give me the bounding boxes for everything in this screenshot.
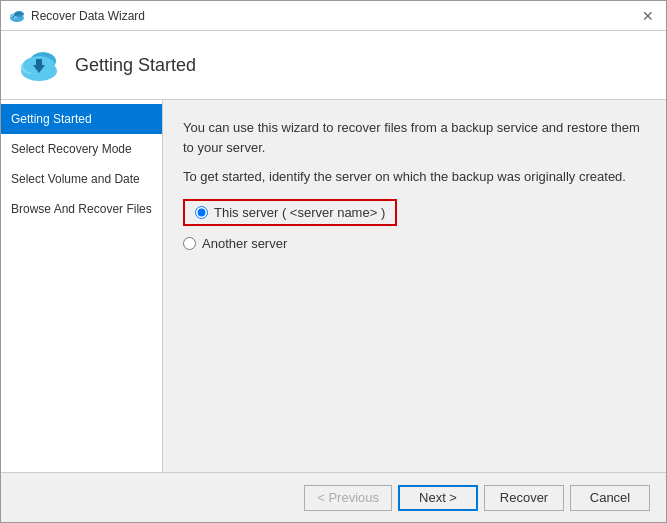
sidebar-item-getting-started[interactable]: Getting Started [1, 104, 162, 134]
wizard-header: Getting Started [1, 31, 666, 100]
main-panel: You can use this wizard to recover files… [163, 100, 666, 472]
this-server-option: This server ( <server name> ) [183, 199, 397, 226]
description-line2: To get started, identify the server on w… [183, 167, 646, 187]
sidebar-item-select-volume-date[interactable]: Select Volume and Date [1, 164, 162, 194]
wizard-footer: < Previous Next > Recover Cancel [1, 472, 666, 522]
wizard-title: Getting Started [75, 55, 196, 76]
this-server-radio[interactable] [195, 206, 208, 219]
this-server-label: This server ( <server name> ) [214, 205, 385, 220]
cancel-button[interactable]: Cancel [570, 485, 650, 511]
description-line1: You can use this wizard to recover files… [183, 118, 646, 157]
next-button[interactable]: Next > [398, 485, 478, 511]
recover-button[interactable]: Recover [484, 485, 564, 511]
recover-data-wizard: Recover Data Wizard ✕ Getting Started Ge… [0, 0, 667, 523]
sidebar-item-select-recovery-mode[interactable]: Select Recovery Mode [1, 134, 162, 164]
close-button[interactable]: ✕ [638, 6, 658, 26]
title-bar: Recover Data Wizard ✕ [1, 1, 666, 31]
another-server-radio[interactable] [183, 237, 196, 250]
server-selection-group: This server ( <server name> ) Another se… [183, 199, 646, 251]
another-server-label: Another server [202, 236, 287, 251]
cloud-backup-icon [17, 43, 61, 87]
window-icon [9, 8, 25, 24]
sidebar-item-browse-recover[interactable]: Browse And Recover Files [1, 194, 162, 224]
previous-button[interactable]: < Previous [304, 485, 392, 511]
sidebar: Getting Started Select Recovery Mode Sel… [1, 100, 163, 472]
content-area: Getting Started Select Recovery Mode Sel… [1, 100, 666, 472]
title-bar-left: Recover Data Wizard [9, 8, 145, 24]
window-title: Recover Data Wizard [31, 9, 145, 23]
another-server-option: Another server [183, 236, 646, 251]
